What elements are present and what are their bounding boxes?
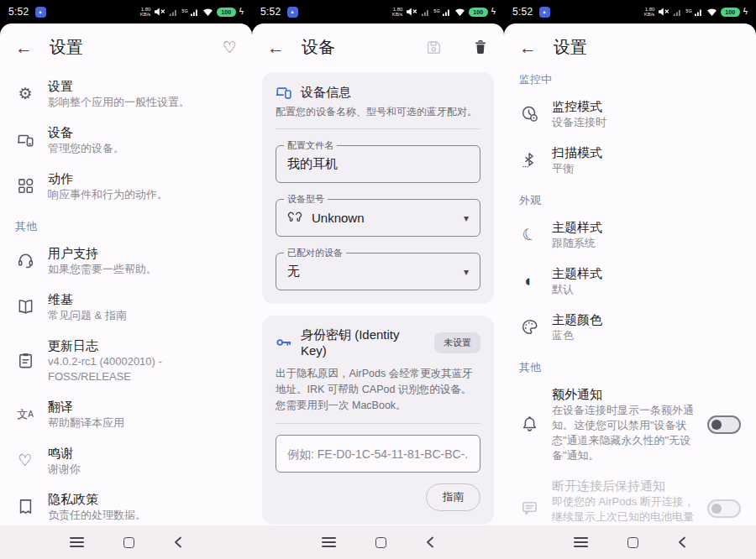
item-title: 动作 — [48, 170, 237, 187]
devices-icon — [15, 131, 35, 149]
identity-key-card: 身份密钥 (Identity Key) 未设置 出于隐私原因，AirPods 会… — [262, 316, 494, 525]
headset-icon — [15, 252, 35, 269]
status-icons: 1.80 KB/s 5G 100 ϟ — [644, 7, 748, 18]
item-theme-style[interactable]: ☾ 主题样式 跟随系统 — [504, 212, 756, 258]
item-translate[interactable]: 文A 翻译 帮助翻译本应用 — [0, 391, 252, 437]
device-model-select[interactable]: 设备型号 Unknown ▾ — [276, 199, 480, 237]
item-title: 扫描模式 — [552, 144, 741, 161]
nav-menu-icon[interactable] — [574, 537, 588, 547]
device-info-card: 设备信息 配置您的设备名称、型号和可选的蓝牙配对。 配置文件名 设备型号 Unk… — [262, 72, 494, 304]
field-label: 配置文件名 — [284, 140, 337, 151]
selected-value: Unknown — [312, 211, 454, 225]
back-button[interactable]: ← — [519, 39, 537, 56]
item-title: 监控模式 — [552, 97, 741, 115]
item-thanks[interactable]: ♡ 鸣谢 谢谢你 — [0, 437, 252, 483]
profile-name-input[interactable] — [287, 157, 469, 171]
section-header-appearance: 外观 — [504, 183, 756, 212]
item-subtitle: 蓝色 — [552, 328, 741, 343]
nav-home-icon[interactable] — [627, 537, 638, 548]
screen-settings-general: 5:52 ▲ 1.80 KB/s 5G 100 ϟ ← 设置 监控中 — [504, 0, 756, 559]
status-icons: 1.80 KB/s 5G 100 ϟ — [140, 7, 244, 18]
status-badge: 未设置 — [434, 332, 480, 353]
item-actions[interactable]: 动作 响应事件和行为的动作。 — [0, 163, 252, 209]
status-icons: 1.80 KB/s 5G 100 ϟ — [392, 7, 496, 18]
status-bar: 5:52 ▲ 1.80 KB/s 5G 100 ϟ — [252, 0, 504, 24]
nav-menu-icon[interactable] — [70, 537, 84, 547]
charging-bolt-icon: ϟ — [239, 8, 244, 16]
nav-home-icon[interactable] — [123, 537, 134, 548]
item-general-settings[interactable]: ⚙ 设置 影响整个应用的一般性设置。 — [0, 71, 252, 117]
book-icon — [15, 298, 35, 316]
screen-device-editor: 5:52 ▲ 1.80 KB/s 5G 100 ϟ ← 设备 — [252, 0, 504, 559]
item-support[interactable]: 用户支持 如果您需要一些帮助。 — [0, 238, 252, 284]
contrast-icon: ◐ — [519, 273, 539, 289]
item-title: 鸣谢 — [48, 444, 237, 462]
item-scan-mode[interactable]: 扫描模式 平衡 — [504, 137, 756, 183]
item-privacy-policy[interactable]: 隐私政策 负责任的处理数据。 — [0, 483, 252, 525]
item-subtitle: 平衡 — [552, 161, 741, 176]
signal-icon-primary — [190, 8, 199, 17]
clipboard-icon — [15, 352, 35, 369]
page-title: 设置 — [50, 36, 206, 59]
heart-icon: ♡ — [15, 452, 35, 468]
nav-home-icon[interactable] — [375, 537, 386, 548]
wifi-icon — [454, 8, 465, 17]
item-title: 用户支持 — [48, 244, 237, 262]
screenshot-canvas: 5:52 ▲ 1.80 KB/s 5G 100 ϟ ← 设置 ♡ — [0, 0, 756, 559]
app-bar: ← 设置 — [504, 24, 756, 71]
item-title: 设备 — [48, 123, 237, 141]
app-surface: ← 设置 ♡ ⚙ 设置 影响整个应用的一般性设置。 设备 管理您的设备。 — [0, 24, 252, 525]
five-g-label: 5G — [181, 9, 187, 14]
item-changelog[interactable]: 更新日志 v4.0.2-rc1 (40002010) - FOSS/RELEAS… — [0, 330, 252, 391]
sponsor-heart-button[interactable]: ♡ — [223, 38, 237, 57]
item-devices[interactable]: 设备 管理您的设备。 — [0, 117, 252, 163]
paired-device-select[interactable]: 已配对的设备 无 ▾ — [276, 253, 480, 290]
save-button[interactable] — [425, 39, 442, 55]
item-subtitle: 管理您的设备。 — [48, 141, 237, 156]
battery-icon: 100 — [721, 8, 740, 17]
nav-back-icon[interactable] — [678, 536, 686, 548]
signal-icon-secondary — [421, 8, 430, 17]
item-subtitle: 如果您需要一些帮助。 — [48, 262, 237, 277]
nav-back-icon[interactable] — [426, 536, 434, 548]
signal-icon-secondary — [169, 8, 178, 17]
item-subtitle: 影响整个应用的一般性设置。 — [48, 95, 237, 110]
clock: 5:52 — [512, 6, 533, 18]
item-title: 额外通知 — [552, 385, 695, 403]
item-title: 主题样式 — [552, 218, 741, 236]
charging-bolt-icon: ϟ — [743, 8, 748, 16]
five-g-label: 5G — [685, 9, 691, 14]
guide-button[interactable]: 指南 — [426, 483, 480, 511]
item-theme-contrast[interactable]: ◐ 主题样式 默认 — [504, 258, 756, 304]
item-monitor-mode[interactable]: 监控模式 设备连接时 — [504, 91, 756, 137]
divider — [276, 423, 480, 424]
item-title: 设置 — [48, 77, 237, 95]
volume-muted-icon — [154, 7, 165, 17]
item-extra-notification[interactable]: 额外通知 在设备连接时显示一条额外通知。这使您可以禁用"设备状态"通道来隐藏永久… — [504, 379, 756, 470]
battery-icon: 100 — [217, 8, 236, 17]
card-title: 身份密钥 (Identity Key) — [301, 327, 426, 358]
network-speed: 1.80 KB/s — [392, 7, 403, 18]
volume-muted-icon — [658, 7, 669, 17]
item-subtitle: 在设备连接时显示一条额外通知。这使您可以禁用"设备状态"通道来隐藏永久性的"无设… — [552, 403, 695, 463]
back-button[interactable]: ← — [267, 39, 285, 56]
delete-button[interactable] — [472, 39, 489, 55]
section-header-other: 其他 — [0, 209, 252, 238]
nav-back-icon[interactable] — [174, 536, 182, 548]
policy-book-icon — [15, 498, 35, 515]
identity-key-field[interactable] — [276, 435, 480, 473]
item-title: 断开连接后保持通知 — [552, 477, 695, 494]
divider — [276, 128, 480, 129]
chevron-down-icon: ▾ — [464, 212, 469, 224]
item-theme-color[interactable]: 主题颜色 蓝色 — [504, 304, 756, 350]
item-wiki[interactable]: 维基 常见问题 & 指南 — [0, 284, 252, 330]
identity-key-input[interactable] — [287, 447, 469, 461]
signal-icon-primary — [442, 8, 451, 17]
back-button[interactable]: ← — [15, 39, 33, 56]
extra-notification-toggle[interactable] — [707, 415, 741, 434]
profile-name-field[interactable]: 配置文件名 — [276, 145, 480, 183]
trash-icon — [472, 39, 489, 55]
nav-menu-icon[interactable] — [322, 537, 336, 547]
key-icon — [276, 334, 292, 351]
wifi-icon — [202, 8, 213, 17]
